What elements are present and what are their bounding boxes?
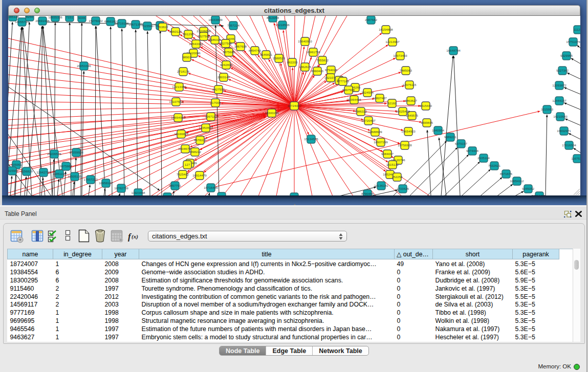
svg-text:12505135: 12505135 (68, 174, 82, 178)
svg-text:62160: 62160 (387, 101, 397, 105)
svg-text:8790455: 8790455 (361, 192, 374, 195)
svg-text:16033809: 16033809 (208, 18, 223, 21)
svg-text:9227342: 9227342 (556, 69, 569, 72)
svg-text:17359928: 17359928 (69, 150, 83, 154)
svg-text:891295: 891295 (183, 32, 194, 36)
svg-text:10543342: 10543342 (189, 42, 203, 46)
svg-text:10655326: 10655326 (48, 16, 62, 19)
svg-text:11126: 11126 (574, 28, 580, 31)
svg-text:7986322: 7986322 (355, 110, 367, 113)
svg-text:9527506: 9527506 (198, 34, 210, 38)
svg-text:6794028: 6794028 (325, 68, 338, 72)
svg-text:1733426: 1733426 (397, 187, 409, 190)
svg-text:9146821: 9146821 (260, 53, 273, 56)
svg-text:10958107: 10958107 (99, 181, 113, 185)
svg-text:92450: 92450 (290, 195, 299, 195)
svg-text:19654923: 19654923 (401, 129, 416, 133)
svg-text:19166825: 19166825 (174, 132, 188, 136)
svg-text:12444157: 12444157 (552, 99, 567, 102)
svg-text:2285126: 2285126 (8, 16, 19, 18)
svg-text:10654112: 10654112 (510, 179, 524, 183)
svg-text:15720407: 15720407 (361, 119, 376, 122)
svg-text:15751074: 15751074 (566, 40, 580, 43)
svg-text:14136141: 14136141 (374, 184, 388, 187)
svg-text:882203: 882203 (287, 60, 298, 64)
svg-text:763822: 763822 (158, 25, 168, 29)
svg-text:7625402: 7625402 (177, 172, 189, 176)
svg-text:9242848: 9242848 (220, 63, 233, 67)
svg-text:9329965: 9329965 (560, 54, 573, 57)
svg-text:16782759: 16782759 (114, 186, 128, 190)
svg-text:7357224: 7357224 (227, 24, 240, 27)
svg-text:3915941: 3915941 (8, 169, 19, 172)
svg-text:3215953: 3215953 (541, 107, 554, 111)
svg-text:252254: 252254 (392, 175, 403, 179)
svg-text:10025438: 10025438 (396, 110, 410, 113)
svg-text:7632621: 7632621 (488, 164, 501, 167)
svg-text:217004: 217004 (210, 101, 221, 104)
svg-text:9474444: 9474444 (466, 149, 479, 152)
svg-text:10973493: 10973493 (393, 54, 407, 57)
svg-text:17016504: 17016504 (562, 143, 576, 147)
svg-text:1156829: 1156829 (20, 169, 33, 173)
svg-text:9975867: 9975867 (60, 164, 73, 168)
svg-text:9245052: 9245052 (522, 187, 535, 190)
svg-text:9515440: 9515440 (420, 104, 432, 107)
svg-text:9463627: 9463627 (405, 99, 418, 102)
svg-text:7955812: 7955812 (316, 58, 329, 62)
svg-text:98901: 98901 (182, 55, 191, 59)
svg-text:2803144: 2803144 (217, 75, 230, 79)
svg-text:19218506: 19218506 (275, 23, 290, 27)
svg-text:20053346: 20053346 (77, 64, 91, 68)
svg-text:8678332: 8678332 (194, 138, 207, 142)
svg-text:8660123: 8660123 (169, 30, 182, 33)
svg-text:9084067: 9084067 (381, 152, 394, 156)
svg-text:15276022: 15276022 (89, 19, 103, 23)
svg-text:20364456: 20364456 (347, 98, 361, 101)
svg-text:7151: 7151 (66, 16, 73, 19)
svg-text:8471676: 8471676 (500, 172, 513, 176)
svg-text:16914479: 16914479 (192, 173, 207, 177)
svg-text:12942737: 12942737 (36, 170, 51, 174)
svg-text:2718176: 2718176 (177, 70, 190, 73)
svg-text:10688609: 10688609 (368, 130, 382, 134)
svg-text:20691406: 20691406 (35, 19, 50, 23)
svg-text:7485063: 7485063 (400, 69, 412, 72)
svg-text:3875685: 3875685 (223, 50, 235, 54)
svg-text:12975115: 12975115 (402, 83, 417, 86)
svg-text:10107552: 10107552 (169, 100, 183, 103)
svg-text:6379197: 6379197 (455, 142, 468, 145)
svg-text:9213469: 9213469 (533, 194, 546, 195)
svg-text:20206576: 20206576 (47, 152, 61, 156)
svg-text:11923468: 11923468 (131, 191, 145, 194)
svg-text:15640910: 15640910 (298, 39, 312, 43)
svg-text:2087682: 2087682 (365, 18, 378, 21)
svg-text:972450: 972450 (162, 195, 173, 195)
svg-text:11451194: 11451194 (53, 172, 67, 176)
svg-text:3624554: 3624554 (361, 91, 374, 94)
svg-text:12353594: 12353594 (199, 126, 213, 129)
svg-text:9046: 9046 (78, 16, 85, 19)
svg-text:9527508: 9527508 (220, 41, 232, 45)
svg-text:3267110: 3267110 (205, 115, 217, 118)
svg-text:1362615: 1362615 (299, 65, 312, 69)
svg-text:8427552: 8427552 (212, 87, 225, 91)
svg-text:18907299: 18907299 (374, 140, 388, 144)
svg-text:9777169: 9777169 (337, 79, 350, 83)
svg-text:16154808: 16154808 (379, 28, 393, 31)
svg-text:8454749: 8454749 (249, 49, 262, 52)
svg-text:12213967: 12213967 (385, 40, 400, 43)
svg-text:18300295: 18300295 (265, 111, 279, 115)
svg-text:10807487: 10807487 (373, 96, 387, 100)
svg-text:(x): (x) (132, 233, 138, 240)
svg-text:16210643: 16210643 (553, 115, 568, 118)
svg-text:18724007: 18724007 (287, 104, 301, 107)
svg-text:9699695: 9699695 (421, 121, 433, 124)
svg-text:1044652: 1044652 (215, 194, 228, 195)
svg-text:127: 127 (185, 163, 190, 166)
svg-text:2867608: 2867608 (234, 45, 247, 48)
svg-text:12093872: 12093872 (552, 83, 567, 87)
svg-text:17957223: 17957223 (83, 178, 98, 181)
svg-text:19654983: 19654983 (171, 116, 185, 119)
svg-text:8813054: 8813054 (267, 16, 279, 19)
